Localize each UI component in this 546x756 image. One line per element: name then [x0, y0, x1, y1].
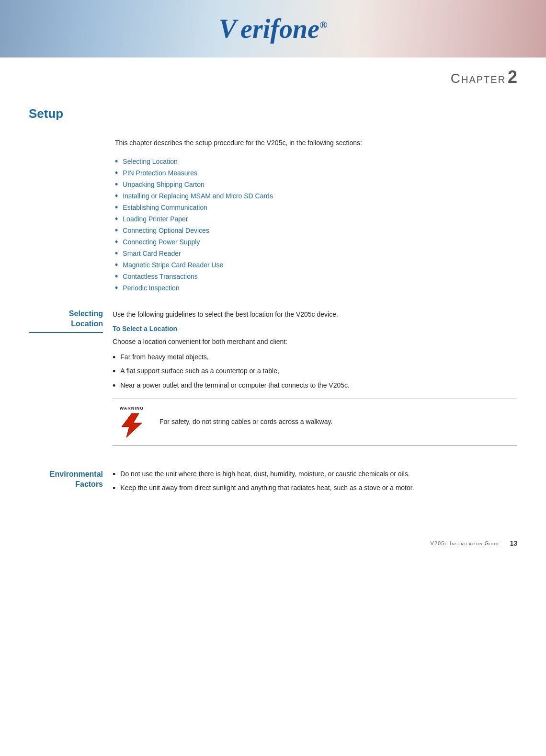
- sidebar-heading-env: Environmental Factors: [29, 470, 103, 490]
- chapter-header: Chapter 2: [0, 57, 546, 92]
- location-bullet-3: Near a power outlet and the terminal or …: [113, 380, 517, 392]
- logo-container: V erifone®: [219, 15, 328, 42]
- header-banner: V erifone®: [0, 0, 546, 57]
- location-bullet-2: A flat support surface such as a counter…: [113, 366, 517, 378]
- environmental-factors-sidebar: Environmental Factors: [29, 469, 113, 490]
- toc-item[interactable]: Selecting Location: [115, 156, 517, 167]
- location-bullet-1: Far from heavy metal objects,: [113, 352, 517, 364]
- to-select-location-heading: To Select a Location: [113, 325, 517, 332]
- toc-item[interactable]: Smart Card Reader: [115, 248, 517, 259]
- toc-item[interactable]: Installing or Replacing MSAM and Micro S…: [115, 190, 517, 202]
- env-bullets: Do not use the unit where there is high …: [113, 469, 517, 494]
- toc-item[interactable]: Connecting Power Supply: [115, 236, 517, 248]
- warning-box: WARNING For safety, do not string cables…: [113, 399, 517, 446]
- location-bullets: Far from heavy metal objects, A flat sup…: [113, 352, 517, 392]
- warning-icon: [119, 412, 145, 438]
- warning-label-text: WARNING: [120, 406, 144, 411]
- content-wrapper: Setup This chapter describes the setup p…: [0, 106, 546, 520]
- toc-item[interactable]: Magnetic Stripe Card Reader Use: [115, 259, 517, 271]
- env-bullet-1: Do not use the unit where there is high …: [113, 469, 517, 481]
- toc-list: Selecting Location PIN Protection Measur…: [115, 156, 517, 294]
- selecting-location-body: Use the following guidelines to select t…: [113, 308, 517, 457]
- toc-item[interactable]: Loading Printer Paper: [115, 213, 517, 225]
- toc-item[interactable]: Periodic Inspection: [115, 282, 517, 294]
- logo-erifone: erifone®: [240, 15, 327, 42]
- chapter-label: Chapter: [451, 71, 506, 86]
- toc-item[interactable]: PIN Protection Measures: [115, 167, 517, 179]
- toc-item[interactable]: Connecting Optional Devices: [115, 225, 517, 236]
- selecting-location-sidebar: Selecting Location: [29, 308, 113, 333]
- footer-page-number: 13: [510, 539, 517, 547]
- selecting-location-section: Selecting Location Use the following gui…: [29, 308, 517, 457]
- sidebar-heading-selecting: Selecting Location: [29, 309, 103, 329]
- setup-title: Setup: [29, 106, 517, 123]
- svg-marker-0: [122, 413, 142, 437]
- toc-item[interactable]: Unpacking Shipping Carton: [115, 179, 517, 190]
- environmental-factors-body: Do not use the unit where there is high …: [113, 469, 517, 501]
- sidebar-rule: [29, 332, 103, 333]
- warning-label-col: WARNING: [113, 406, 151, 438]
- env-bullet-2: Keep the unit away from direct sunlight …: [113, 482, 517, 494]
- environmental-factors-section: Environmental Factors Do not use the uni…: [29, 469, 517, 501]
- intro-paragraph: This chapter describes the setup procedu…: [115, 137, 517, 148]
- footer-guide-name: V205c Installation Guide: [431, 540, 500, 546]
- choose-location-text: Choose a location convenient for both me…: [113, 336, 517, 347]
- warning-text: For safety, do not string cables or cord…: [159, 417, 332, 427]
- footer: V205c Installation Guide 13: [0, 530, 546, 557]
- chapter-number: 2: [508, 67, 517, 87]
- logo-v: V: [219, 15, 237, 42]
- toc-item[interactable]: Contactless Transactions: [115, 271, 517, 282]
- toc-item[interactable]: Establishing Communication: [115, 202, 517, 213]
- selecting-location-intro: Use the following guidelines to select t…: [113, 309, 517, 320]
